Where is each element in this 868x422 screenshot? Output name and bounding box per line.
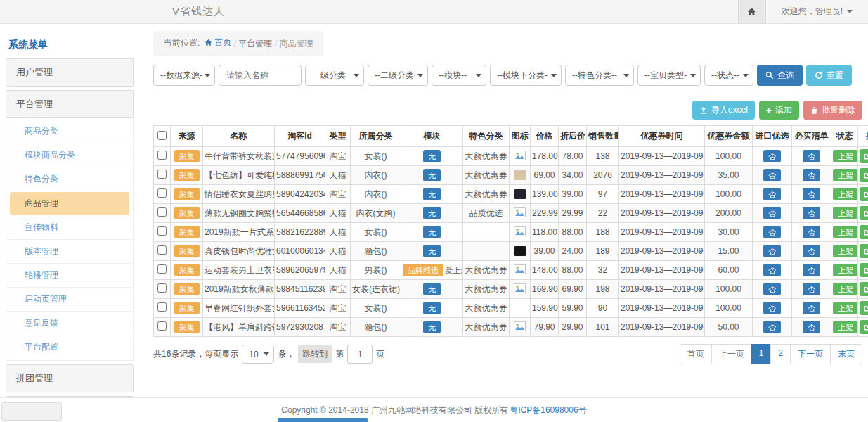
icp-link[interactable]: 粤ICP备16098006号: [510, 404, 586, 416]
sidebar-subitem-3[interactable]: 商品管理: [10, 192, 129, 215]
status-badge[interactable]: 上架: [833, 150, 858, 162]
imported-toggle-badge[interactable]: 否: [763, 207, 781, 219]
module-badge[interactable]: 无: [423, 245, 441, 257]
batch-delete-button[interactable]: 批量删除: [803, 101, 862, 120]
pager-item-4[interactable]: 下一页: [790, 344, 831, 364]
sidebar-subitem-4[interactable]: 宣传物料: [6, 216, 133, 240]
status-badge[interactable]: 上架: [833, 245, 858, 257]
must-buy-toggle-badge[interactable]: 否: [803, 169, 820, 181]
status-badge[interactable]: 上架: [833, 188, 858, 200]
pager-item-3[interactable]: 2: [770, 344, 791, 364]
must-buy-toggle-badge[interactable]: 否: [803, 226, 820, 238]
must-buy-toggle-badge[interactable]: 否: [803, 283, 820, 295]
sidebar-section-0[interactable]: 用户管理: [6, 58, 134, 87]
select-all-checkbox[interactable]: [157, 131, 167, 140]
status-badge[interactable]: 上架: [833, 226, 858, 238]
edit-button[interactable]: [860, 187, 868, 201]
row-checkbox[interactable]: [157, 188, 167, 198]
imported-toggle-badge[interactable]: 否: [763, 264, 781, 276]
jump-button[interactable]: 跳转到: [298, 345, 332, 363]
user-menu[interactable]: 欢迎您，管理员!: [766, 0, 868, 23]
page-number-input[interactable]: [347, 345, 373, 364]
sidebar-subitem-6[interactable]: 轮播管理: [6, 264, 133, 288]
imported-toggle-badge[interactable]: 否: [763, 226, 781, 238]
row-checkbox[interactable]: [157, 302, 167, 312]
filter-select-5[interactable]: --模块下分类--: [490, 65, 562, 86]
module-badge[interactable]: 无: [423, 321, 441, 333]
pager-item-5[interactable]: 末页: [830, 344, 862, 364]
reset-button[interactable]: 重置: [806, 65, 852, 86]
row-checkbox[interactable]: [157, 151, 167, 160]
edit-button[interactable]: [860, 282, 868, 296]
row-checkbox[interactable]: [157, 170, 167, 179]
status-badge[interactable]: 上架: [833, 283, 858, 295]
status-badge[interactable]: 上架: [833, 207, 858, 219]
imported-toggle-badge[interactable]: 否: [763, 150, 781, 162]
row-checkbox[interactable]: [157, 283, 167, 293]
must-buy-toggle-badge[interactable]: 否: [803, 188, 820, 200]
edit-button[interactable]: [860, 301, 868, 315]
status-badge[interactable]: 上架: [833, 169, 858, 181]
edit-button[interactable]: [860, 244, 868, 258]
must-buy-toggle-badge[interactable]: 否: [803, 150, 820, 162]
sidebar-section-1[interactable]: 平台管理: [6, 90, 134, 118]
edit-button[interactable]: [860, 225, 868, 239]
imported-toggle-badge[interactable]: 否: [763, 283, 781, 295]
edit-button[interactable]: [860, 149, 868, 163]
row-checkbox[interactable]: [157, 245, 167, 255]
must-buy-toggle-badge[interactable]: 否: [803, 321, 820, 333]
module-badge[interactable]: 无: [423, 188, 441, 200]
status-badge[interactable]: 上架: [833, 302, 858, 314]
must-buy-toggle-badge[interactable]: 否: [803, 207, 820, 219]
sidebar-subitem-9[interactable]: 平台配置: [6, 335, 133, 359]
pager-item-2[interactable]: 1: [751, 344, 772, 364]
imported-toggle-badge[interactable]: 否: [763, 321, 781, 333]
must-buy-toggle-badge[interactable]: 否: [803, 264, 820, 276]
module-badge[interactable]: 无: [423, 207, 441, 219]
import-excel-button[interactable]: 导入excel: [692, 101, 755, 120]
must-buy-toggle-badge[interactable]: 否: [803, 245, 820, 257]
row-checkbox[interactable]: [157, 264, 167, 274]
filter-select-2[interactable]: 一级分类: [305, 65, 364, 86]
edit-button[interactable]: [860, 206, 868, 220]
imported-toggle-badge[interactable]: 否: [763, 188, 781, 200]
imported-toggle-badge[interactable]: 否: [763, 302, 781, 314]
edit-button[interactable]: [860, 168, 868, 182]
home-button[interactable]: [738, 0, 766, 23]
filter-select-3[interactable]: --二级分类--: [368, 65, 428, 86]
edit-button[interactable]: [860, 263, 868, 277]
sidebar-subitem-0[interactable]: 商品分类: [6, 120, 133, 143]
filter-select-7[interactable]: --宝贝类型--: [637, 65, 701, 86]
sidebar-section-2[interactable]: 拼团管理: [6, 364, 134, 392]
sidebar-subitem-8[interactable]: 意见反馈: [6, 312, 133, 335]
sidebar-subitem-7[interactable]: 启动页管理: [6, 288, 133, 312]
filter-select-4[interactable]: --模块--: [432, 65, 486, 86]
sidebar-subitem-5[interactable]: 版本管理: [6, 240, 133, 264]
status-badge[interactable]: 上架: [833, 321, 858, 333]
imported-toggle-badge[interactable]: 否: [763, 169, 781, 181]
filter-select-0[interactable]: --数据来源--: [153, 65, 215, 86]
sidebar-subitem-1[interactable]: 模块商品分类: [6, 143, 133, 167]
imported-toggle-badge[interactable]: 否: [763, 245, 781, 257]
module-badge[interactable]: 无: [423, 283, 441, 295]
module-badge[interactable]: 无: [423, 150, 441, 162]
add-button[interactable]: + 添加: [759, 101, 799, 120]
filter-select-6[interactable]: --特色分类--: [565, 65, 634, 86]
breadcrumb-item-1[interactable]: 平台管理: [238, 39, 272, 49]
row-checkbox[interactable]: [157, 226, 167, 236]
module-badge[interactable]: 无: [423, 169, 441, 181]
edit-button[interactable]: [860, 320, 868, 334]
breadcrumb-home-link[interactable]: 首页: [205, 37, 231, 49]
must-buy-toggle-badge[interactable]: 否: [803, 302, 820, 314]
row-checkbox[interactable]: [157, 321, 167, 331]
filter-select-8[interactable]: --状态--: [704, 65, 753, 86]
search-button[interactable]: 查询: [757, 65, 803, 86]
row-checkbox[interactable]: [157, 207, 167, 217]
sidebar-subitem-2[interactable]: 特色分类: [6, 167, 133, 191]
module-badge[interactable]: 品牌精选: [403, 264, 443, 276]
status-badge[interactable]: 上架: [833, 264, 858, 276]
module-badge[interactable]: 无: [423, 302, 441, 314]
name-search-input[interactable]: [219, 65, 302, 86]
module-badge[interactable]: 无: [423, 226, 441, 238]
per-page-select[interactable]: 10: [242, 345, 274, 364]
